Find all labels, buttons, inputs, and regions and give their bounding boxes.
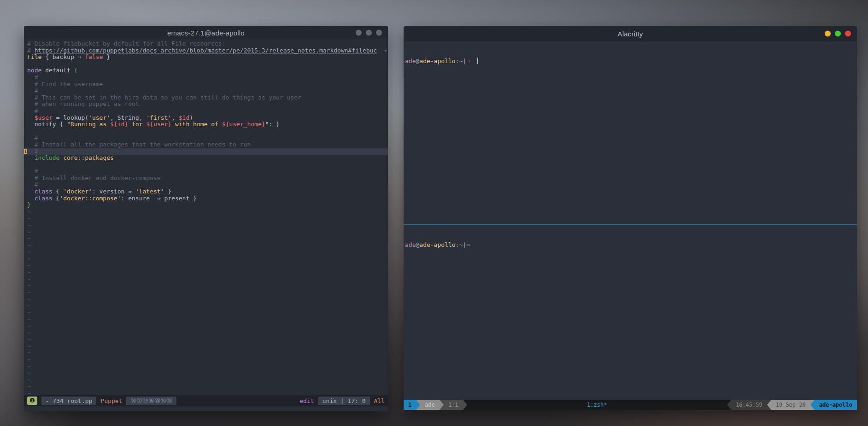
code-token: : ensure ⇒ present } [121,195,197,202]
minimize-button[interactable] [356,30,362,36]
emacs-buffer[interactable]: # Disable filebucket by default for all … [24,39,388,395]
empty-line-tilde: ~ [27,249,388,256]
terminal-pane-2[interactable]: ade@ade-apollo:~|⇒ [404,225,857,400]
code-token: { [74,67,78,74]
code-line[interactable]: node default { [27,67,388,74]
prompt-token: ⇒ [466,241,470,248]
code-line[interactable]: # This can be set in the hira data so yo… [27,94,388,101]
maximize-button[interactable] [835,31,841,37]
tmux-window-list[interactable]: 1:zsh* [587,402,607,408]
prompt-token: ade [405,58,416,64]
code-token: # [27,87,38,94]
code-line[interactable]: # [24,148,388,155]
code-token: ${user_home} [222,121,265,128]
url-link[interactable]: https://github.com/puppetlabs/docs-archi… [35,47,377,54]
code-token: { backup ⇒ [41,53,85,60]
code-line[interactable]: # [27,108,388,115]
major-mode-label[interactable]: Puppet [100,397,122,404]
code-line[interactable] [27,61,388,68]
code-token: false [85,53,103,60]
alacritty-window: Alacritty ade@ade-apollo:~|⇒ ade@ade-apo… [404,26,857,410]
tmux-status-bar: 1ade1:11:zsh*16:45:5919-Sep-20ade-apollo [404,400,857,410]
code-line[interactable]: # [27,88,388,94]
code-token: notify { [27,121,67,128]
tmux-segment: ade-apollo [815,400,857,410]
code-line[interactable]: # Install all the packages that the work… [27,141,388,148]
code-line[interactable] [27,128,388,135]
prompt-token: ade-apollo [419,241,455,248]
code-token: ${id} [110,121,128,128]
code-token: { [53,188,63,195]
code-line[interactable]: # https://github.com/puppetlabs/docs-arc… [27,47,388,54]
alacritty-titlebar[interactable]: Alacritty [404,26,857,41]
empty-line-tilde: ~ [27,229,388,236]
code-line[interactable]: # [27,181,388,188]
tmux-window-number[interactable]: 1 [404,400,416,410]
code-line[interactable]: include core::packages [27,155,388,162]
tmux-segment: 19-Sep-20 [771,400,810,410]
maximize-button[interactable] [366,30,372,36]
code-token: 'user' [88,114,110,121]
code-line[interactable]: # Disable filebucket by default for all … [27,41,388,47]
powerline-separator-icon [440,400,444,410]
tmux-segment[interactable]: ade [420,400,440,410]
minor-modes-indicator[interactable]: ⓈⓎⓅⓐⓌⓀⓈ [126,397,176,405]
code-line[interactable]: class {'docker::compose': ensure ⇒ prese… [27,195,388,202]
code-token: # [27,168,38,175]
emacs-window-title: emacs-27.1@ade-apollo [167,29,245,37]
code-token: , [171,114,179,121]
close-button[interactable] [376,30,382,36]
code-token: # Install docker and docker-compose [27,175,161,181]
code-token: # Install all the packages that the work… [27,141,251,148]
code-line[interactable]: # Find the username [27,81,388,88]
code-line[interactable]: # Install docker and docker-compose [27,175,388,182]
code-token: 'first' [146,114,171,121]
code-line[interactable]: # when running puppet as root [27,101,388,108]
code-token: 'latest' [135,188,164,195]
prompt-token: ade-apollo [419,58,455,64]
shell-prompt[interactable]: ade@ade-apollo:~|⇒ [405,58,857,65]
emacs-modeline: ❶ - 734 root.pp Puppet ⓈⓎⓅⓐⓌⓀⓈ edit unix… [24,395,388,406]
tmux-segment[interactable]: 1:1 [444,400,463,410]
code-line[interactable]: class { 'docker': version ⇒ 'latest' } [27,188,388,195]
powerline-separator-icon [463,400,467,410]
code-token: $id [179,114,189,121]
code-line[interactable]: File { backup ⇒ false } [27,54,388,61]
code-token: } [164,188,171,195]
code-line[interactable]: # [27,168,388,175]
empty-line-tilde: ~ [27,316,388,323]
empty-line-tilde: ~ [27,363,388,370]
encoding-position-indicator: unix | 17: 0 [318,397,370,405]
emacs-titlebar[interactable]: emacs-27.1@ade-apollo [24,26,388,39]
code-token: class [35,188,53,195]
empty-line-tilde: ~ [27,256,388,263]
empty-line-tilde: ~ [27,330,388,337]
code-token: include [35,154,60,161]
code-token: # [27,148,38,155]
code-token: ) [189,114,193,121]
code-line[interactable]: notify { "Running as ${id} for ${user} w… [27,121,388,128]
code-token: File [27,53,41,60]
code-line[interactable]: # [27,134,388,141]
empty-line-tilde: ~ [27,209,388,216]
code-token: with home of [171,121,222,128]
code-line[interactable]: # [27,74,388,81]
code-token: # Disable filebucket by default for all … [27,40,225,47]
code-token: :: [78,154,85,161]
terminal-cursor [477,58,478,64]
minimize-button[interactable] [825,31,831,37]
terminal-pane-1[interactable]: ade@ade-apollo:~|⇒ [404,41,857,224]
code-token: core [63,154,77,161]
shell-prompt[interactable]: ade@ade-apollo:~|⇒ [405,241,857,249]
code-line[interactable]: $user = lookup('user', String, 'first', … [27,115,388,122]
close-button[interactable] [845,31,851,37]
empty-line-tilde: ~ [27,303,388,309]
code-token: # [27,47,35,54]
code-token: packages [85,154,114,161]
emacs-cursor [24,149,27,154]
code-line[interactable] [27,162,388,169]
code-line[interactable]: } [27,202,388,209]
empty-line-tilde: ~ [27,282,388,289]
prompt-token: ade [405,241,416,248]
empty-line-tilde: ~ [27,343,388,350]
